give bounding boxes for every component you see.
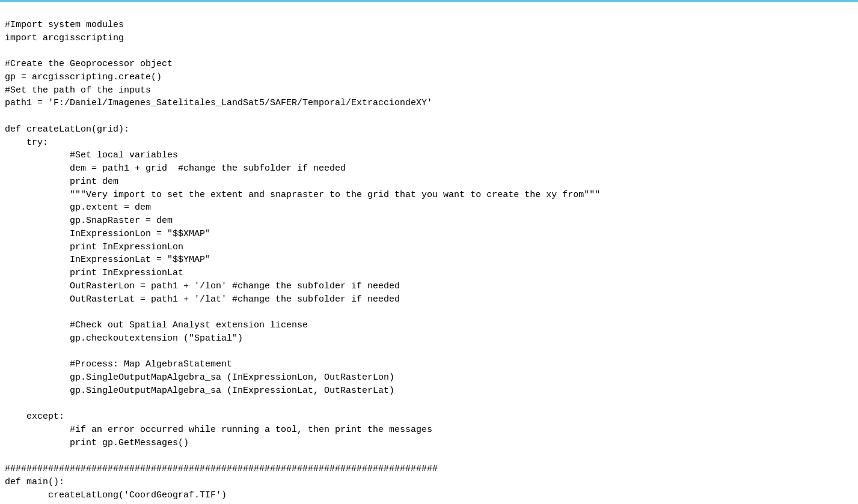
code-line — [5, 110, 853, 123]
code-line: #Import system modules — [5, 19, 853, 32]
code-line: gp = arcgisscripting.create() — [5, 71, 853, 84]
code-line: createLatLong('CoordGeograf.TIF') — [5, 489, 853, 502]
code-line: print InExpressionLon — [5, 241, 853, 254]
code-line: """Very import to set the extent and sna… — [5, 189, 853, 202]
code-line: except: — [5, 410, 853, 424]
code-line: def createLatLon(grid): — [5, 123, 853, 136]
code-line: print dem — [5, 175, 853, 189]
code-line: gp.SingleOutputMapAlgebra_sa (InExpressi… — [5, 371, 853, 384]
code-line: InExpressionLat = "$$YMAP" — [5, 254, 853, 267]
code-line: InExpressionLon = "$$XMAP" — [5, 228, 853, 241]
code-line — [5, 345, 853, 359]
code-line: gp.SingleOutputMapAlgebra_sa (InExpressi… — [5, 384, 853, 398]
code-line: OutRasterLat = path1 + '/lat' #change th… — [5, 293, 853, 306]
code-line — [5, 450, 853, 463]
code-line: if __name__"" '__main__': — [5, 502, 853, 505]
code-line — [5, 398, 853, 411]
code-line: #Create the Geoprocessor object — [5, 58, 853, 71]
code-line: gp.SnapRaster = dem — [5, 214, 853, 228]
code-line: #Process: Map AlgebraStatement — [5, 358, 853, 371]
code-line: gp.checkoutextension ("Spatial") — [5, 332, 853, 345]
code-line: print gp.GetMessages() — [5, 437, 853, 450]
code-line: import arcgisscripting — [5, 32, 853, 45]
code-line: OutRasterLon = path1 + '/lon' #change th… — [5, 280, 853, 293]
code-line: try: — [5, 136, 853, 150]
code-line: #Set the path of the inputs — [5, 84, 853, 97]
code-line — [5, 44, 853, 58]
code-editor: #Import system modulesimport arcgisscrip… — [0, 0, 858, 504]
code-line — [5, 306, 853, 319]
code-line: print InExpressionLat — [5, 267, 853, 280]
code-line: #if an error occurred while running a to… — [5, 424, 853, 437]
code-line: #Set local variables — [5, 149, 853, 162]
code-line: path1 = 'F:/Daniel/Imagenes_Satelitales_… — [5, 97, 853, 110]
code-line: dem = path1 + grid #change the subfolder… — [5, 162, 853, 175]
code-line: def main(): — [5, 476, 853, 489]
code-line: ########################################… — [5, 463, 853, 476]
code-line: #Check out Spatial Analyst extension lic… — [5, 319, 853, 332]
code-line: gp.extent = dem — [5, 201, 853, 214]
